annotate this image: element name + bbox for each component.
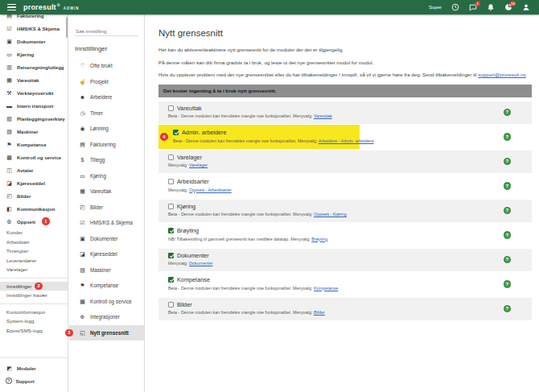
sidebar-subitem-epost-sms-logg[interactable]: Epost/SMS-logg <box>0 326 68 336</box>
sidebar-item-kjoring[interactable]: ▭ Kjøring <box>0 47 68 60</box>
clock-icon[interactable] <box>451 3 459 11</box>
sidebar-item-avtaler[interactable]: ◫ Avtaler <box>0 163 68 176</box>
menyvalg-link[interactable]: Oppsett - Arbeidsarter <box>189 188 232 192</box>
module-list: Vareuttak Beta - Denne modulen kan fremd… <box>158 101 532 320</box>
module-row-bilder[interactable]: Bilder Beta - Denne modulen kan fremdele… <box>158 298 532 320</box>
bilder-checkbox[interactable] <box>168 302 174 307</box>
settings-item-kontroll-og-service[interactable]: ▩ Kontroll og service <box>69 294 144 310</box>
menyvalg-link[interactable]: Varelager <box>189 163 208 167</box>
messages-icon[interactable]: 1 <box>469 3 477 11</box>
module-row-varelager[interactable]: Varelager Menyvalg: Varelager ? <box>158 151 532 173</box>
menu-icon[interactable] <box>7 4 16 10</box>
sidebar-item-kjoreseddel[interactable]: ◪ Kjøreseddel <box>0 176 68 189</box>
support-email-link[interactable]: support@proresult.no <box>478 72 526 77</box>
menyvalg-link[interactable]: Bilder <box>314 310 325 315</box>
sidebar-item-planleggingsverktoy[interactable]: ▧ Planleggingsverktøy <box>0 112 68 125</box>
settings-item-maskiner[interactable]: ▨ Maskiner <box>69 262 144 279</box>
intro-paragraph-3-text: Hvis du opplever problem med det nye gre… <box>158 72 477 77</box>
help-icon[interactable]: ? <box>504 133 512 141</box>
help-icon[interactable]: ? <box>504 109 512 117</box>
sidebar-item-fakturering[interactable]: ▤ Fakturering <box>0 14 68 22</box>
sidebar-subitem-arbeidsart[interactable]: Arbeidsart <box>0 237 68 247</box>
help-icon[interactable]: ? <box>504 182 512 190</box>
sidebar-subitem-system-logg[interactable]: System-logg <box>0 316 68 326</box>
sidebar-item-reiseregning[interactable]: ▥ Reiseregning/utlegg <box>0 60 68 73</box>
sidebar-item-verktoyoversikt[interactable]: ⚒ Verktøyoversikt <box>0 86 68 99</box>
settings-item-bilder[interactable]: ◰ Bilder <box>69 200 144 216</box>
settings-item-kjoring[interactable]: ▭ Kjøring <box>69 168 144 184</box>
sidebar-item-oppsett[interactable]: ⚙ Oppsett 1 <box>0 215 68 228</box>
module-row-vareuttak[interactable]: Vareuttak Beta - Denne modulen kan fremd… <box>158 101 532 124</box>
account-icon[interactable] <box>522 3 530 11</box>
settings-item-timer[interactable]: ◷ Timer <box>69 105 144 122</box>
settings-search-input[interactable] <box>75 27 138 36</box>
receipt-icon: ▥ <box>6 64 13 70</box>
settings-item-integrasjoner[interactable]: ⊕ Integrasjoner <box>69 309 144 325</box>
sidebar-subitem-kontoinformasjon[interactable]: Kontoinformasjon <box>0 307 68 317</box>
settings-item-prosjekt[interactable]: ☝ Prosjekt <box>69 74 144 90</box>
info-banner: Det koster ingenting å ta i bruk nytt gr… <box>158 85 532 97</box>
vareuttak-checkbox[interactable] <box>168 105 174 111</box>
sidebar-item-hms-ks-skjema[interactable]: ☑ HMS/KS & Skjema <box>0 22 68 35</box>
settings-item-vareuttak[interactable]: ▦ Vareuttak <box>69 184 144 200</box>
sidebar-item-kompetanse[interactable]: ⚑ Kompetanse <box>0 138 68 151</box>
menyvalg-link[interactable]: Arbeidere - Admin. arbeidere <box>319 138 374 143</box>
sidebar-item-bilder[interactable]: ◰ Bilder <box>0 189 68 202</box>
bell-icon[interactable] <box>487 3 495 11</box>
help-icon[interactable]: ? <box>504 256 512 264</box>
module-row-kjoring[interactable]: Kjøring Beta - Denne modulen kan fremdel… <box>158 200 532 222</box>
settings-item-hms-ks-skjema[interactable]: ☑ HMS/KS & Skjema <box>69 215 144 231</box>
sidebar-subitem-innstillinger-fravar[interactable]: Innstillinger fravær <box>0 291 68 300</box>
settings-item-lonning[interactable]: ◉ Lønning <box>69 121 144 137</box>
sidebar-item-kontroll-og-service[interactable]: ▩ Kontroll og service <box>0 151 68 163</box>
sidebar-subitem-innstillinger[interactable]: Innstillinger 2 <box>0 282 68 291</box>
sidebar-subitem-leverandorer[interactable]: Leverandører <box>0 256 68 266</box>
menyvalg-link[interactable]: Kompetanse <box>314 286 338 291</box>
brand-name: proresult <box>23 3 56 11</box>
menyvalg-link[interactable]: Oppsett - Kjøring <box>314 212 347 217</box>
reports-icon[interactable]: 10 <box>504 3 512 11</box>
module-row-arbeidsarter[interactable]: Arbeidsarter Menyvalg: Oppsett - Arbeids… <box>158 175 532 197</box>
help-icon[interactable]: ? <box>504 207 512 215</box>
menyvalg-link[interactable]: Brøyting <box>311 237 327 241</box>
sidebar-subitem-timetyper[interactable]: Timetyper <box>0 246 68 256</box>
module-row-admin-arbeidere[interactable]: 4 Admin. arbeidere Beta - Denne modulen … <box>158 126 532 148</box>
help-icon[interactable]: ? <box>504 158 512 166</box>
settings-item-dokumenter[interactable]: ▣ Dokumenter <box>69 231 144 247</box>
menyvalg-link[interactable]: Vareuttak <box>314 113 332 118</box>
dokumenter-checkbox[interactable] <box>168 253 174 258</box>
admin-arbeidere-checkbox[interactable] <box>173 130 179 135</box>
help-icon[interactable]: ? <box>504 231 512 239</box>
settings-item-tillegg[interactable]: $ Tillegg <box>69 152 144 168</box>
kompetanse-checkbox[interactable] <box>168 277 174 283</box>
sidebar-item-label: Kjøreseddel <box>17 180 45 186</box>
settings-item-kjoreseddel[interactable]: ◪ Kjøreseddel <box>69 246 144 262</box>
images-icon: ◰ <box>79 204 86 210</box>
settings-item-nytt-grensesnitt[interactable]: 3 ◱ Nytt grensesnitt <box>69 325 144 341</box>
sidebar-item-vareuttak[interactable]: ▦ Vareuttak <box>0 73 68 86</box>
graduation-icon: ⚑ <box>6 142 13 147</box>
settings-item-fakturering[interactable]: ▤ Fakturering <box>69 137 144 153</box>
varelager-checkbox[interactable] <box>168 155 174 160</box>
arbeidsarter-checkbox[interactable] <box>168 179 174 184</box>
sidebar-item-maskiner[interactable]: ▨ Maskiner <box>0 125 68 138</box>
settings-item-ofte-brukt[interactable]: ♡ Ofte brukt <box>69 58 144 74</box>
sidebar-subitem-kunder[interactable]: Kunder <box>0 228 68 237</box>
settings-item-arbeidere[interactable]: ☻ Arbeidere <box>69 89 144 105</box>
kjoring-checkbox[interactable] <box>168 204 174 209</box>
sidebar-item-moduler[interactable]: ◩ Moduler <box>0 361 68 374</box>
settings-item-kompetanse[interactable]: ⚑ Kompetanse <box>69 278 144 294</box>
sidebar-subitem-varelager[interactable]: Varelager <box>0 265 68 274</box>
help-icon[interactable]: ? <box>504 305 512 313</box>
menyvalg-link[interactable]: Dokumenter <box>189 261 212 266</box>
module-row-broyting[interactable]: Brøyting NB! Tilbakestilling til gammelt… <box>158 224 532 246</box>
sidebar-item-support[interactable]: ? Support <box>0 374 68 387</box>
sidebar-scrollbar[interactable] <box>66 17 68 38</box>
module-row-kompetanse[interactable]: Kompetanse Beta - Denne modulen kan frem… <box>158 273 532 295</box>
broyting-checkbox[interactable] <box>168 228 174 233</box>
sidebar-item-intern-transport[interactable]: ▬ Intern transport <box>0 99 68 112</box>
help-icon[interactable]: ? <box>504 280 512 288</box>
module-row-dokumenter[interactable]: Dokumenter Menyvalg: Dokumenter ? <box>158 249 532 271</box>
sidebar-item-kommunikasjon[interactable]: ◧ Kommunikasjon <box>0 202 68 215</box>
sidebar-item-dokumenter[interactable]: ▣ Dokumenter <box>0 35 68 47</box>
